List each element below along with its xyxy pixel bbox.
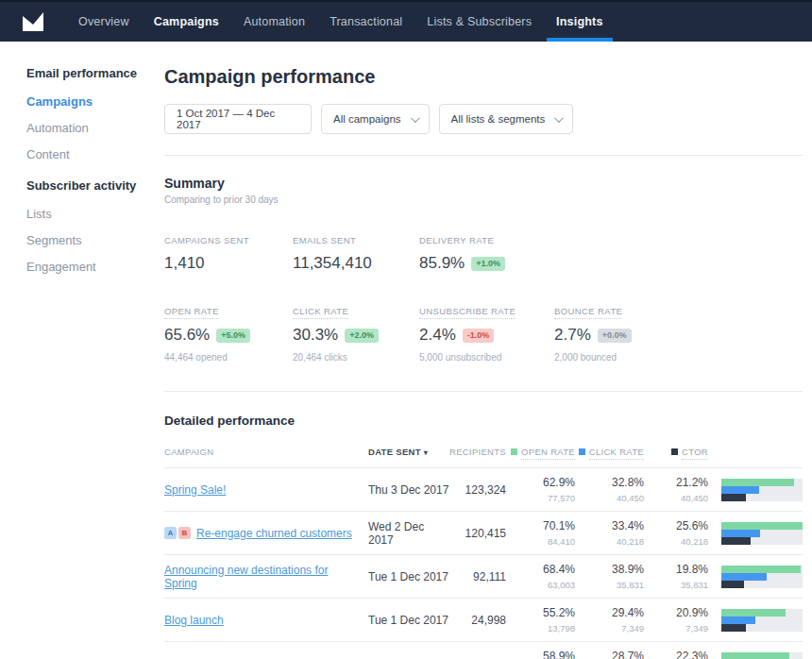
nav-item-insights[interactable]: Insights — [544, 2, 616, 42]
sidebar-item-content[interactable]: Content — [26, 147, 164, 161]
sidebar-item-automation[interactable]: Automation — [26, 121, 164, 135]
open-rate-bar — [721, 522, 803, 530]
rate-value: 25.6% — [644, 519, 708, 532]
sidebar-section-email-performance: Email performance — [26, 66, 164, 80]
date-sent-cell: Wed 2 Dec 2017 — [368, 520, 449, 547]
rate-value: 38.9% — [575, 563, 644, 576]
rate-bars-cell — [708, 652, 803, 659]
column-header-open-rate[interactable]: OPEN RATE — [506, 447, 575, 457]
recipients-cell: 123,324 — [449, 483, 506, 497]
recipients-cell: 92,111 — [449, 570, 506, 583]
campaign-cell: Announcing new destinations for Spring — [164, 564, 368, 590]
summary-metrics-row-1: CAMPAIGNS SENT1,410EMAILS SENT11,354,410… — [164, 230, 803, 273]
main-content: Campaign performance 1 Oct 2017 — 4 Dec … — [164, 42, 812, 659]
metric-emails-sent: EMAILS SENT11,354,410 — [293, 230, 419, 273]
table-row: Blog launchTue 1 Dec 201724,99855.2%13,7… — [164, 598, 803, 641]
campaign-monitor-logo[interactable] — [21, 2, 45, 42]
metric-label: UNSUBSCRIBE RATE — [419, 306, 516, 319]
summary-subtitle: Comparing to prior 30 days — [164, 194, 803, 205]
summary-title: Summary — [164, 176, 803, 191]
metric-sub-count: 44,464 opened — [164, 352, 293, 363]
sidebar: Email performanceCampaignsAutomationCont… — [0, 42, 164, 659]
metric-unsubscribe-rate: UNSUBSCRIBE RATE2.4%-1.0%5,000 unsubscri… — [419, 301, 554, 363]
metric-label: DELIVERY RATE — [419, 235, 494, 245]
sidebar-item-campaigns[interactable]: Campaigns — [26, 94, 164, 109]
page-title: Campaign performance — [164, 66, 803, 88]
metric-sub-count: 20,464 clicks — [293, 352, 419, 363]
nav-item-overview[interactable]: Overview — [66, 2, 142, 42]
sidebar-item-lists[interactable]: Lists — [26, 207, 164, 221]
section-divider — [164, 155, 803, 156]
table-row: ABRe-engage churned customersWed 2 Dec 2… — [164, 511, 803, 554]
column-header-date-sent[interactable]: DATE SENT▾ — [368, 447, 449, 457]
detailed-performance-title: Detailed performance — [164, 414, 803, 428]
campaigns-select[interactable]: All campaigns — [321, 104, 430, 134]
column-header-label: OPEN RATE — [521, 447, 575, 460]
sidebar-item-engagement[interactable]: Engagement — [26, 260, 164, 274]
metric-delivery-rate: DELIVERY RATE85.9%+1.0% — [419, 230, 554, 273]
rate-count: 63,003 — [506, 580, 575, 590]
metric-value: 2.7% — [554, 326, 591, 345]
nav-item-campaigns[interactable]: Campaigns — [142, 2, 231, 42]
campaign-link[interactable]: Spring Sale! — [164, 483, 226, 497]
nav-items: OverviewCampaignsAutomationTransactional… — [66, 2, 616, 42]
rate-count: 77,570 — [506, 493, 575, 503]
ab-variant-a-badge: A — [164, 527, 177, 539]
date-range-input[interactable]: 1 Oct 2017 — 4 Dec 2017 — [164, 104, 312, 134]
date-sent-cell: Tue 1 Dec 2017 — [368, 570, 449, 583]
metric-label: EMAILS SENT — [293, 235, 356, 245]
metric-open-rate: OPEN RATE65.6%+5.0%44,464 opened — [164, 301, 293, 363]
open-rate-cell: 70.1%84,410 — [506, 519, 575, 547]
rate-value: 33.4% — [575, 519, 644, 532]
column-header-campaign[interactable]: CAMPAIGN — [164, 447, 368, 457]
ctor-cell: 25.6%40,218 — [644, 519, 708, 547]
lists-segments-select[interactable]: All lists & segments — [439, 104, 574, 134]
metric-sub-count: 2,000 bounced — [554, 352, 803, 363]
ab-test-badges: AB — [164, 527, 191, 539]
chevron-down-icon — [554, 113, 564, 123]
campaign-cell: ABRe-engage churned customers — [164, 527, 368, 540]
nav-item-transactional[interactable]: Transactional — [317, 2, 414, 42]
column-header-recipients[interactable]: RECIPIENTS — [449, 447, 506, 457]
section-divider — [164, 391, 803, 392]
campaign-link[interactable]: Announcing new destinations for Spring — [164, 564, 359, 590]
column-header-label: CTOR — [682, 447, 708, 460]
ctor-cell: 21.2%40,450 — [644, 476, 708, 503]
ctor-cell: 19.8%35,831 — [644, 563, 708, 590]
nav-item-automation[interactable]: Automation — [231, 2, 317, 42]
sort-desc-icon: ▾ — [424, 448, 428, 457]
click-rate-cell: 32.8%40,450 — [575, 476, 644, 503]
rate-value: 68.4% — [506, 563, 575, 576]
open-rate-bar — [721, 479, 794, 486]
filter-bar: 1 Oct 2017 — 4 Dec 2017 All campaigns Al… — [164, 104, 803, 134]
click-rate-cell: 33.4%40,218 — [575, 519, 644, 547]
open-rate-cell: 55.2%13,798 — [506, 606, 575, 634]
nav-item-lists-subscribers[interactable]: Lists & Subscribers — [414, 2, 544, 42]
column-header-ctor[interactable]: CTOR — [644, 447, 708, 457]
summary-metrics-row-2: OPEN RATE65.6%+5.0%44,464 openedCLICK RA… — [164, 301, 803, 363]
ctor-rate-bar — [721, 494, 746, 501]
column-header-label: RECIPIENTS — [449, 447, 506, 457]
rate-bars-cell — [708, 479, 803, 501]
column-header-label: CLICK RATE — [589, 447, 644, 460]
ab-variant-b-badge: B — [178, 527, 191, 539]
rate-bars-track — [721, 479, 803, 501]
top-navigation: OverviewCampaignsAutomationTransactional… — [0, 0, 812, 42]
rate-count: 84,410 — [506, 536, 575, 547]
envelope-logo-icon — [21, 10, 45, 33]
click-rate-cell: 29.4%7,349 — [575, 606, 644, 634]
sidebar-item-segments[interactable]: Segments — [26, 233, 164, 247]
metric-value: 65.6% — [164, 326, 210, 345]
campaign-link[interactable]: Blog launch — [164, 614, 224, 627]
table-row: Announcing new destinations for SpringTu… — [164, 554, 803, 598]
campaign-link[interactable]: Re-engage churned customers — [196, 527, 352, 540]
rate-count: 40,218 — [575, 536, 644, 547]
legend-square-open-rate — [511, 448, 517, 455]
column-header-click-rate[interactable]: CLICK RATE — [575, 447, 644, 457]
open-rate-cell: 58.9%87,118 — [506, 650, 575, 659]
metric-sub-count: 5,000 unsubscribed — [419, 352, 554, 363]
column-header-label: DATE SENT — [368, 447, 421, 457]
ctor-rate-bar — [721, 581, 744, 588]
delta-badge: +5.0% — [216, 329, 250, 343]
open-rate-bar — [721, 566, 801, 573]
